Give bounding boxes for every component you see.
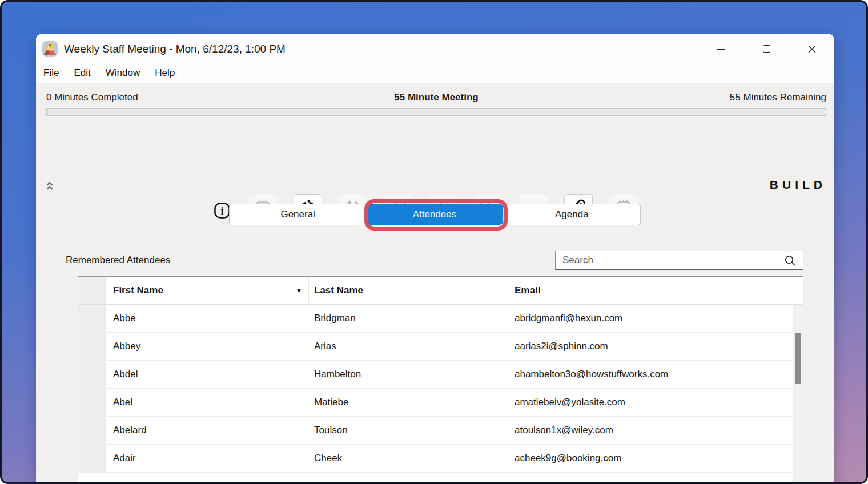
email-header-label: Email: [515, 285, 540, 296]
tab-agenda[interactable]: Agenda: [503, 204, 640, 225]
scrollbar-thumb[interactable]: [795, 333, 801, 384]
window-controls: [708, 38, 834, 61]
app-icon: [42, 41, 58, 57]
search-input[interactable]: [556, 251, 803, 269]
column-header-email[interactable]: Email: [507, 277, 793, 304]
build-logo: BUILD: [770, 178, 826, 192]
last-name-header-label: Last Name: [314, 285, 363, 296]
cell-email: abridgmanfi@hexun.com: [507, 305, 803, 332]
search-icon[interactable]: [783, 254, 797, 268]
cell-last-name: Arias: [309, 333, 507, 360]
close-button[interactable]: [799, 38, 825, 61]
desktop-background: Weekly Staff Meeting - Mon, 6/12/23, 1:0…: [0, 0, 868, 484]
menubar: File Edit Window Help: [36, 63, 834, 83]
cell-email: ahambelton3o@howstuffworks.com: [507, 361, 803, 388]
vertical-scrollbar[interactable]: [793, 305, 803, 484]
titlebar[interactable]: Weekly Staff Meeting - Mon, 6/12/23, 1:0…: [36, 34, 834, 63]
maximize-button[interactable]: [753, 38, 779, 61]
row-gutter: [78, 417, 106, 444]
cell-last-name: Hambelton: [309, 361, 507, 388]
tab-attendees[interactable]: Attendees: [366, 204, 503, 225]
svg-text:i: i: [220, 205, 223, 217]
cell-last-name: Bridgman: [309, 305, 507, 332]
cell-first-name: Abelard: [106, 417, 309, 444]
table-row[interactable]: Abelard Toulson atoulson1x@wiley.com: [78, 417, 803, 445]
app-window: Weekly Staff Meeting - Mon, 6/12/23, 1:0…: [36, 34, 834, 484]
cell-first-name: Adair: [106, 445, 309, 472]
section-title: Remembered Attendees: [66, 255, 170, 266]
cell-last-name: Toulson: [309, 417, 507, 444]
sort-descending-icon: ▼: [296, 287, 302, 294]
tab-bar: General Attendees Agenda: [229, 204, 641, 225]
table-body: Abbe Bridgman abridgmanfi@hexun.com Abbe…: [78, 305, 803, 473]
table-row[interactable]: Adair Cheek acheek9g@booking.com: [78, 445, 803, 473]
cell-first-name: Abdel: [106, 361, 309, 388]
row-gutter: [78, 445, 106, 472]
attendees-table: First Name ▼ Last Name Email Abbe Bridgm…: [78, 276, 803, 484]
row-gutter: [78, 305, 106, 332]
column-header-first-name[interactable]: First Name ▼: [106, 277, 309, 304]
window-title: Weekly Staff Meeting - Mon, 6/12/23, 1:0…: [64, 43, 286, 55]
row-gutter: [78, 389, 106, 416]
minutes-remaining-label: 55 Minutes Remaining: [566, 92, 826, 103]
row-gutter: [78, 333, 106, 360]
close-icon: [807, 45, 817, 54]
minutes-completed-label: 0 Minutes Completed: [46, 92, 306, 103]
first-name-header-label: First Name: [113, 285, 163, 296]
minimize-button[interactable]: [708, 38, 734, 61]
cell-first-name: Abel: [106, 389, 309, 416]
cell-email: acheek9g@booking.com: [507, 445, 803, 472]
menu-edit[interactable]: Edit: [66, 63, 98, 83]
menu-help[interactable]: Help: [147, 63, 182, 83]
meeting-progress-bar: [46, 108, 826, 116]
table-row[interactable]: Abel Matiebe amatiebeiv@yolasite.com: [78, 389, 803, 417]
maximize-icon: [763, 45, 770, 53]
tab-general[interactable]: General: [230, 204, 366, 225]
menu-file[interactable]: File: [36, 63, 66, 83]
table-row[interactable]: Abdel Hambelton ahambelton3o@howstuffwor…: [78, 361, 803, 389]
cell-email: amatiebeiv@yolasite.com: [507, 389, 803, 416]
row-gutter: [78, 277, 106, 304]
table-row[interactable]: Abbey Arias aarias2i@sphinn.com: [78, 333, 803, 361]
table-row[interactable]: Abbe Bridgman abridgmanfi@hexun.com: [78, 305, 803, 333]
menu-window[interactable]: Window: [98, 63, 147, 83]
cell-email: aarias2i@sphinn.com: [507, 333, 803, 360]
cell-last-name: Matiebe: [309, 389, 507, 416]
cell-first-name: Abbey: [106, 333, 309, 360]
collapse-toolbar-button[interactable]: [46, 180, 57, 192]
cell-email: atoulson1x@wiley.com: [507, 417, 803, 444]
chevrons-up-icon: [46, 182, 54, 191]
table-header-row: First Name ▼ Last Name Email: [78, 277, 803, 305]
column-header-last-name[interactable]: Last Name: [309, 277, 507, 304]
search-box: [555, 251, 803, 270]
minimize-icon: [717, 49, 725, 50]
cell-first-name: Abbe: [106, 305, 309, 332]
header-spacer: [793, 277, 803, 304]
meeting-duration-label: 55 Minute Meeting: [306, 92, 566, 103]
progress-labels: 0 Minutes Completed 55 Minute Meeting 55…: [46, 90, 826, 105]
row-gutter: [78, 361, 106, 388]
cell-last-name: Cheek: [309, 445, 507, 472]
